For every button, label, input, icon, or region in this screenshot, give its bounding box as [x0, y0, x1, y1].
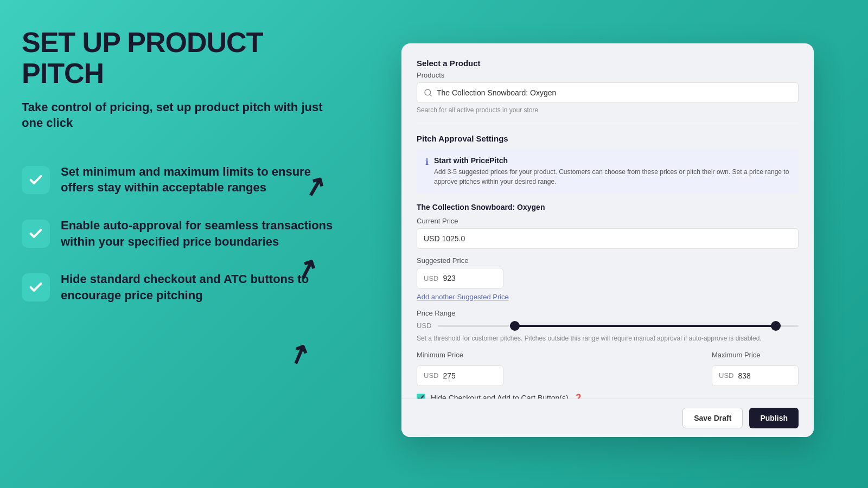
- current-price-label: Current Price: [417, 217, 799, 225]
- min-price-value: 275: [443, 371, 455, 380]
- info-icon: ℹ: [425, 157, 429, 167]
- feature-list: Set minimum and maximum limits to ensure…: [22, 164, 336, 304]
- feature-item-1: Set minimum and maximum limits to ensure…: [22, 164, 336, 196]
- save-draft-button[interactable]: Save Draft: [682, 408, 743, 428]
- search-icon: [424, 88, 432, 97]
- arrow-3: ↗: [283, 336, 314, 373]
- max-price-value: 838: [738, 371, 750, 380]
- range-thumb-min[interactable]: [510, 321, 520, 331]
- price-range-currency: USD: [417, 322, 431, 330]
- select-product-section: Select a Product Products The Collection…: [417, 59, 799, 114]
- product-name-label: The Collection Snowboard: Oxygen: [417, 203, 799, 211]
- info-box-content: Start with PricePitch Add 3-5 suggested …: [434, 156, 790, 187]
- price-range-group: Price Range USD Set a threshold for cust…: [417, 309, 799, 343]
- info-box-desc: Add 3-5 suggested prices for your produc…: [434, 167, 790, 187]
- min-price-input[interactable]: USD 275: [417, 365, 503, 386]
- range-helper-text: Set a threshold for customer pitches. Pi…: [417, 334, 799, 343]
- price-inputs-row: Minimum Price USD 275 Maximum Price USD …: [417, 351, 799, 386]
- max-price-group: Maximum Price USD 838: [712, 351, 799, 386]
- feature-item-3: Hide standard checkout and ATC buttons t…: [22, 271, 336, 303]
- left-panel: SET UP PRODUCT PITCH Take control of pri…: [22, 27, 336, 304]
- add-suggested-price-link[interactable]: Add another Suggested Price: [417, 293, 509, 301]
- page-subtitle: Take control of pricing, set up product …: [22, 100, 336, 131]
- max-price-label: Maximum Price: [712, 351, 799, 359]
- price-range-fill: [510, 325, 780, 327]
- price-range-row: USD: [417, 322, 799, 330]
- max-price-input[interactable]: USD 838: [712, 365, 799, 386]
- check-icon-3: [22, 273, 50, 301]
- pitch-approval-title: Pitch Approval Settings: [417, 134, 799, 143]
- check-icon-2: [22, 220, 50, 248]
- setup-card: Select a Product Products The Collection…: [401, 43, 814, 437]
- feature-item-2: Enable auto-approval for seamless transa…: [22, 217, 336, 249]
- info-box-title: Start with PricePitch: [434, 156, 790, 165]
- products-field-label: Products: [417, 71, 799, 79]
- suggested-price-input[interactable]: USD 923: [417, 268, 503, 288]
- suggested-price-value: 923: [443, 274, 455, 282]
- feature-text-2: Enable auto-approval for seamless transa…: [61, 217, 336, 249]
- pitch-approval-section: Pitch Approval Settings ℹ Start with Pri…: [417, 134, 799, 416]
- current-price-input: USD 1025.0: [417, 228, 799, 249]
- price-range-label: Price Range: [417, 309, 799, 317]
- suggested-price-currency: USD: [424, 274, 438, 282]
- suggested-price-group: Suggested Price USD 923 Add another Sugg…: [417, 256, 799, 301]
- max-price-currency: USD: [719, 371, 733, 380]
- info-box: ℹ Start with PricePitch Add 3-5 suggeste…: [417, 149, 799, 194]
- feature-text-3: Hide standard checkout and ATC buttons t…: [61, 271, 336, 303]
- feature-text-1: Set minimum and maximum limits to ensure…: [61, 164, 336, 196]
- product-search-helper: Search for all active products in your s…: [417, 106, 799, 114]
- check-icon-1: [22, 166, 50, 194]
- product-search-value: The Collection Snowboard: Oxygen: [437, 88, 556, 97]
- price-range-track[interactable]: [438, 325, 799, 327]
- svg-line-1: [430, 94, 431, 96]
- select-product-title: Select a Product: [417, 59, 799, 68]
- suggested-price-label: Suggested Price: [417, 256, 799, 265]
- min-price-group: Minimum Price USD 275: [417, 351, 503, 386]
- product-search-wrapper[interactable]: The Collection Snowboard: Oxygen: [417, 82, 799, 103]
- publish-button[interactable]: Publish: [749, 408, 799, 428]
- min-price-label: Minimum Price: [417, 351, 503, 359]
- range-thumb-max[interactable]: [771, 321, 781, 331]
- min-price-currency: USD: [424, 371, 438, 380]
- current-price-group: Current Price USD 1025.0: [417, 217, 799, 249]
- section-divider-1: [417, 125, 799, 125]
- bottom-bar: Save Draft Publish: [401, 399, 814, 437]
- page-title: SET UP PRODUCT PITCH: [22, 27, 336, 89]
